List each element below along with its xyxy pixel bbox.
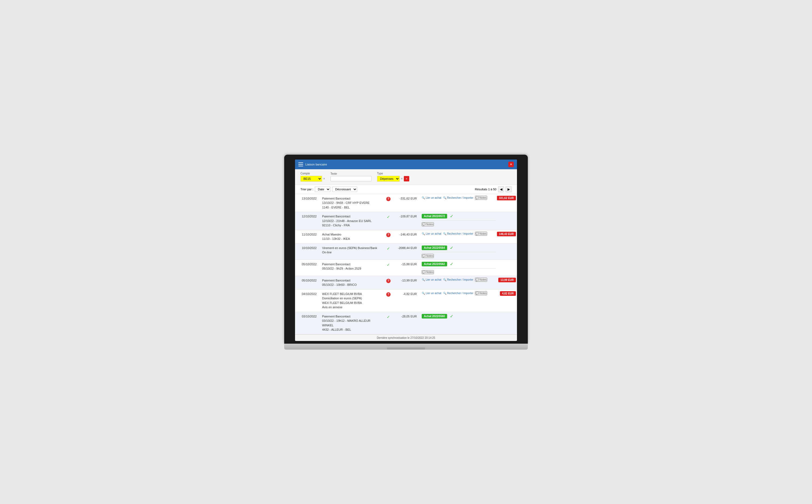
tx-description: Paiement Bancontact 05/10/22 - 9h29 - Ac… <box>319 260 384 276</box>
table-row: 11/10/2022 Achat Maestro 11/10 - 13h32 -… <box>295 230 517 244</box>
table-row: 05/10/2022 Paiement Bancontact 05/10/22 … <box>295 276 517 290</box>
tx-status: ✓ <box>384 244 392 260</box>
dialog-title: Liaison bancaire <box>305 163 327 166</box>
texte-input[interactable] <box>331 176 372 181</box>
notes-button[interactable]: 💬 Notes <box>475 278 487 282</box>
tx-actions: 🔍 Lier un achat 🔍 Rechercher / Importer … <box>420 230 498 243</box>
amount-badge: 146,43 EUR <box>497 232 516 236</box>
tx-status: ? <box>384 230 392 243</box>
achat-badge: Achat 2022/0560 <box>422 314 447 319</box>
compte-clear-icon[interactable]: × <box>323 177 325 180</box>
tx-status: ? <box>384 290 392 312</box>
tx-amount-badge-empty <box>498 212 517 230</box>
tx-description: Achat Maestro 11/10 - 13h32 - IKEA <box>319 230 384 243</box>
sort-by-select[interactable]: Date <box>315 187 331 192</box>
tx-status: ✓ <box>384 212 392 230</box>
lier-achat-button[interactable]: 🔍 Lier un achat <box>422 278 441 281</box>
status-question-icon: ? <box>386 279 391 283</box>
achat-badge: Achat 2022/0564 <box>422 246 447 250</box>
lier-achat-button[interactable]: 🔍 Lier un achat <box>422 196 441 199</box>
compte-select[interactable]: BE15 <box>301 176 322 182</box>
tx-date: 11/10/2022 <box>295 230 319 243</box>
notes-button[interactable]: 💬 Notes <box>475 232 487 236</box>
footer-bar: Dernière synchronisation le 27/10/2022 2… <box>295 334 517 341</box>
close-button[interactable]: × <box>508 162 514 167</box>
tx-date: 12/10/2022 <box>295 212 319 230</box>
rechercher-importer-button[interactable]: 🔍 Rechercher / Importer <box>443 232 473 235</box>
amount-badge: 13,99 EUR <box>498 278 516 282</box>
texte-label: Texte <box>331 172 372 175</box>
type-select[interactable]: Dépenses <box>377 176 400 182</box>
notes-button[interactable]: 💬 Notes <box>422 254 434 258</box>
tx-amount: -28,05 EUR <box>392 312 420 334</box>
rechercher-importer-button[interactable]: 🔍 Rechercher / Importer <box>443 196 473 199</box>
table-row: 05/10/2022 Paiement Bancontact 05/10/22 … <box>295 260 517 276</box>
menu-icon[interactable] <box>298 163 303 166</box>
tx-amount: -331,62 EUR <box>392 194 420 212</box>
next-page-button[interactable]: ▶ <box>506 186 511 192</box>
tx-amount: -4,82 EUR <box>392 290 420 312</box>
sync-text: Dernière synchronisation le 27/10/2022 2… <box>377 336 435 339</box>
compte-label: Compte <box>301 172 325 175</box>
tx-amount: -146,43 EUR <box>392 230 420 243</box>
status-ok-icon: ✓ <box>387 246 390 251</box>
table-row: 03/10/2022 Paiement Bancontact 03/10/22 … <box>295 312 517 334</box>
tx-amount-badge: 4,82 EUR <box>498 290 517 312</box>
notes-button[interactable]: 💬 Notes <box>422 270 434 274</box>
tx-description: Paiement Bancontact 03/10/22 - 19h12 - M… <box>319 312 384 334</box>
achat-badge: Achat 2022/0562 <box>422 262 447 266</box>
tx-amount: -13,99 EUR <box>392 276 420 289</box>
rechercher-importer-button[interactable]: 🔍 Rechercher / Importer <box>443 278 473 281</box>
compte-filter-group: Compte BE15 × <box>301 172 325 182</box>
tx-actions: Achat 2022/0560 ✓ <box>420 312 498 334</box>
achat-badge: Achat 2022/0572 <box>422 214 447 218</box>
status-question-icon: ? <box>386 197 391 201</box>
tx-actions: 🔍 Lier un achat 🔍 Rechercher / Importer … <box>420 194 498 212</box>
tx-amount-badge: 146,43 EUR <box>498 230 517 243</box>
lier-achat-button[interactable]: 🔍 Lier un achat <box>422 232 441 235</box>
type-filter-group: Type Dépenses × × <box>377 172 409 182</box>
filter-bar: Compte BE15 × Texte <box>295 169 517 185</box>
amount-badge: 4,82 EUR <box>500 291 516 296</box>
rechercher-importer-button[interactable]: 🔍 Rechercher / Importer <box>443 292 473 295</box>
liaison-bancaire-dialog: Liaison bancaire × Compte BE15 × <box>295 160 517 341</box>
tx-actions: Achat 2022/0564 ✓ 💬 Notes <box>420 244 498 260</box>
tx-amount: -15,88 EUR <box>392 260 420 276</box>
tx-date: 03/10/2022 <box>295 312 319 334</box>
notes-button[interactable]: 💬 Notes <box>475 291 487 295</box>
tx-date: 13/10/2022 <box>295 194 319 212</box>
tx-amount-badge: 13,99 EUR <box>498 276 517 289</box>
tx-description: Virement en euros (SEPA) Business'Bank O… <box>319 244 384 260</box>
tx-actions: 🔍 Lier un achat 🔍 Rechercher / Importer … <box>420 276 498 289</box>
tx-description: WEX FLEET BELGIUM BVBA Domiciliation en … <box>319 290 384 312</box>
type-clear-icon[interactable]: × <box>401 177 403 180</box>
dialog-header: Liaison bancaire × <box>295 160 517 169</box>
tx-description: Paiement Bancontact 05/10/22 - 10h50 - B… <box>319 276 384 289</box>
tx-amount: -109,87 EUR <box>392 212 420 230</box>
tx-description: Paiement Bancontact 12/10/22 - 21h48 - A… <box>319 212 384 230</box>
type-label: Type <box>377 172 409 175</box>
tx-amount-badge-empty <box>498 312 517 334</box>
tx-actions: Achat 2022/0562 ✓ 💬 Notes <box>420 260 498 276</box>
filter-clear-button[interactable]: × <box>404 176 409 181</box>
transactions-table: 13/10/2022 Paiement Bancontact 13/10/22 … <box>295 194 517 334</box>
sort-label: Trier par : <box>301 188 313 191</box>
prev-page-button[interactable]: ◀ <box>498 186 504 192</box>
status-ok-icon: ✓ <box>387 215 390 219</box>
status-question-icon: ? <box>386 292 391 297</box>
results-count: Résultats 1 à 50 <box>475 188 497 191</box>
tx-actions: Achat 2022/0572 ✓ 💬 Notes <box>420 212 498 230</box>
tx-date: 04/10/2022 <box>295 290 319 312</box>
tx-date: 05/10/2022 <box>295 276 319 289</box>
notes-button[interactable]: 💬 Notes <box>422 222 434 226</box>
table-row: 13/10/2022 Paiement Bancontact 13/10/22 … <box>295 194 517 212</box>
sort-order-select[interactable]: Décroissant <box>332 187 357 192</box>
notes-button[interactable]: 💬 Notes <box>475 196 487 200</box>
linked-ok-icon: ✓ <box>450 261 453 267</box>
tx-status: ? <box>384 276 392 289</box>
table-row: 04/10/2022 WEX FLEET BELGIUM BVBA Domici… <box>295 290 517 312</box>
sort-bar: Trier par : Date Décroissant Résultats 1… <box>295 185 517 194</box>
tx-amount: -2088,44 EUR <box>392 244 420 260</box>
status-question-icon: ? <box>386 233 391 237</box>
lier-achat-button[interactable]: 🔍 Lier un achat <box>422 292 441 295</box>
